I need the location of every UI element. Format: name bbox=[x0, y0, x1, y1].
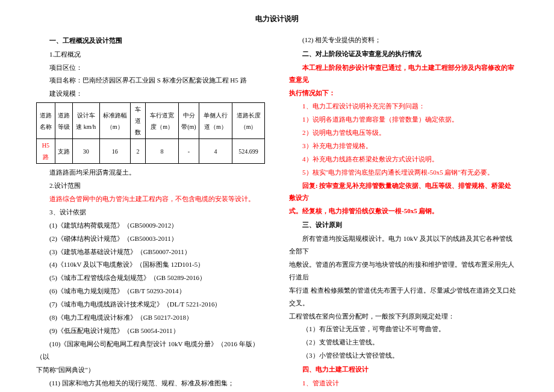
ref-7: (7)《城市电力电缆线路设计技术规定》（DL/T 5221-2016） bbox=[36, 298, 265, 311]
th-median: 中分带(m) bbox=[179, 103, 199, 139]
section-3-p2: 地敷设。管道的布置应方便与地块管线的衔接和维护管理。管线布置采用先人行道后 bbox=[289, 258, 518, 284]
review-reply-1: 回复: 按审查意见补充排管数量确定依据、电压等级、排管规格、桥梁处敷设方 bbox=[289, 179, 518, 205]
ref-2: (2)《砌体结构设计规范》（GB50003-2011） bbox=[36, 232, 265, 245]
section-2-intro-1: 本工程上阶段初步设计审查已通过，电力土建工程部分涉及内容修改的审查意见 bbox=[289, 61, 518, 87]
td-road-grade: 支路 bbox=[55, 139, 72, 164]
th-road-name: 道路名称 bbox=[37, 103, 55, 139]
subsection-1-3: 3、设计依据 bbox=[36, 206, 265, 219]
th-design-speed: 设计车速 km/h bbox=[72, 103, 99, 139]
right-column: (12) 相关专业提供的资料； 二、对上阶段论证及审查意见的执行情况 本工程上阶… bbox=[289, 33, 518, 390]
principle-2: （2）支管线避让主管线。 bbox=[289, 336, 518, 349]
th-sidewalk: 单侧人行道（m） bbox=[199, 103, 232, 139]
ref-10a: (10)《国家电网公司配电网工程典型设计 10kV 电缆分册》（2016 年版）… bbox=[36, 338, 265, 363]
ref-12: (12) 相关专业提供的资料； bbox=[289, 34, 518, 46]
td-design-speed: 30 bbox=[72, 139, 99, 164]
subsection-4-1: 1、管道设计 bbox=[289, 377, 518, 390]
project-area: 项目区位： bbox=[36, 61, 265, 74]
th-road-grade: 道路等级 bbox=[55, 103, 72, 139]
section-2-header: 二、对上阶段论证及审查意见的执行情况 bbox=[289, 48, 518, 60]
ref-3: (3)《建筑地基基础设计规范》（GB50007-2011） bbox=[36, 246, 265, 258]
th-lane-count: 车道数 bbox=[130, 103, 145, 139]
section-3-header: 三、设计原则 bbox=[289, 219, 518, 231]
review-item-1-2: 2）说明电力管线电压等级。 bbox=[289, 126, 518, 139]
th-road-length: 道路长度（m） bbox=[232, 103, 265, 139]
page-title: 电力设计说明 bbox=[36, 12, 518, 26]
review-item-1-3: 3）补充电力排管规格。 bbox=[289, 140, 518, 152]
td-std-width: 16 bbox=[99, 139, 130, 164]
principle-1: （1）有压管让无压管，可弯曲管让不可弯曲管。 bbox=[289, 323, 518, 335]
td-road-length: 524.699 bbox=[232, 139, 265, 164]
td-sidewalk: 4 bbox=[199, 139, 232, 164]
ref-1: (1)《建筑结构荷载规范》（GB50009-2012） bbox=[36, 219, 265, 232]
ref-8: (8)《电力工程电缆设计标准》（GB 50217-2018） bbox=[36, 311, 265, 324]
section-2-intro-2: 执行情况如下： bbox=[289, 87, 518, 99]
section-3-p1: 所有管道均按远期规模设计。电力 10kV 及其以下的线路及其它各种管线全部下 bbox=[289, 232, 518, 258]
section-3-p4: 工程管线在竖向位置分配时，一般按下列原则规定处理： bbox=[289, 310, 518, 323]
section-1-header: 一、工程概况及设计范围 bbox=[36, 34, 265, 47]
left-column: 一、工程概况及设计范围 1.工程概况 项目区位： 项目名称：巴南经济园区界石工业… bbox=[36, 33, 265, 390]
ref-6: (6)《城市电力规划规范》（GB/T 50293-2014） bbox=[36, 285, 265, 297]
th-lane-width: 车行道宽度（m） bbox=[145, 103, 178, 139]
design-scope-body: 道路综合管网中的电力管沟土建工程内容，不包含电缆的安装等设计。 bbox=[36, 193, 265, 205]
review-item-1: 1、电力工程设计说明补充完善下列问题： bbox=[289, 100, 518, 113]
ref-4: (4)《110kV 及以下电缆敷设》（国标图集 12D101-5） bbox=[36, 258, 265, 271]
review-item-1-4: 4）补充电力线路在桥梁处敷设方式设计说明。 bbox=[289, 153, 518, 166]
road-parameters-table: 道路名称 道路等级 设计车速 km/h 标准路幅（m） 车道数 车行道宽度（m）… bbox=[36, 102, 265, 164]
ref-9: (9)《低压配电设计规范》（GB 50054-2011） bbox=[36, 325, 265, 337]
table-row: H5 路 支路 30 16 2 8 - 4 524.699 bbox=[37, 139, 265, 164]
construction-scale: 建设规模： bbox=[36, 87, 265, 100]
th-std-width: 标准路幅（m） bbox=[99, 103, 130, 139]
td-road-name: H5 路 bbox=[37, 139, 55, 164]
subsection-1-1: 1.工程概况 bbox=[36, 48, 265, 61]
pavement-note: 道路路面均采用沥青混凝土。 bbox=[36, 166, 265, 179]
principle-3: （3）小管径管线让大管径管线。 bbox=[289, 349, 518, 362]
section-4-header: 四、电力土建工程设计 bbox=[289, 363, 518, 376]
td-median: - bbox=[179, 139, 199, 164]
td-lane-width: 8 bbox=[145, 139, 178, 164]
table-header-row: 道路名称 道路等级 设计车速 km/h 标准路幅（m） 车道数 车行道宽度（m）… bbox=[37, 103, 265, 139]
td-lane-count: 2 bbox=[130, 139, 145, 164]
project-name: 项目名称：巴南经济园区界石工业园 S 标准分区配套设施工程 H5 路 bbox=[36, 74, 265, 87]
review-item-1-1: 1）说明各道路电力管廊容量（排管数量）确定依据。 bbox=[289, 113, 518, 126]
ref-10b: 下简称"国网典设"） bbox=[36, 364, 265, 376]
section-3-p3: 车行道 检查检修频繁的管道优先布置于人行道。尽量减少管线在道路交叉口处交叉。 bbox=[289, 284, 518, 310]
review-reply-2: 式。经复核，电力排管沿线仅敷设一根-50x5 扁钢。 bbox=[289, 205, 518, 217]
two-column-layout: 一、工程概况及设计范围 1.工程概况 项目区位： 项目名称：巴南经济园区界石工业… bbox=[36, 33, 518, 390]
ref-5: (5)《城市工程管线综合规划规范》（GB 50289-2016） bbox=[36, 272, 265, 284]
subsection-1-2: 2.设计范围 bbox=[36, 179, 265, 192]
review-item-1-5: 5）核实"电力排管沟底垫层内通长埋设两根-50x5 扁钢"有无必要。 bbox=[289, 166, 518, 179]
ref-11: (11) 国家和地方其他相关的现行规范、规程、标准及标准图集； bbox=[36, 377, 265, 390]
